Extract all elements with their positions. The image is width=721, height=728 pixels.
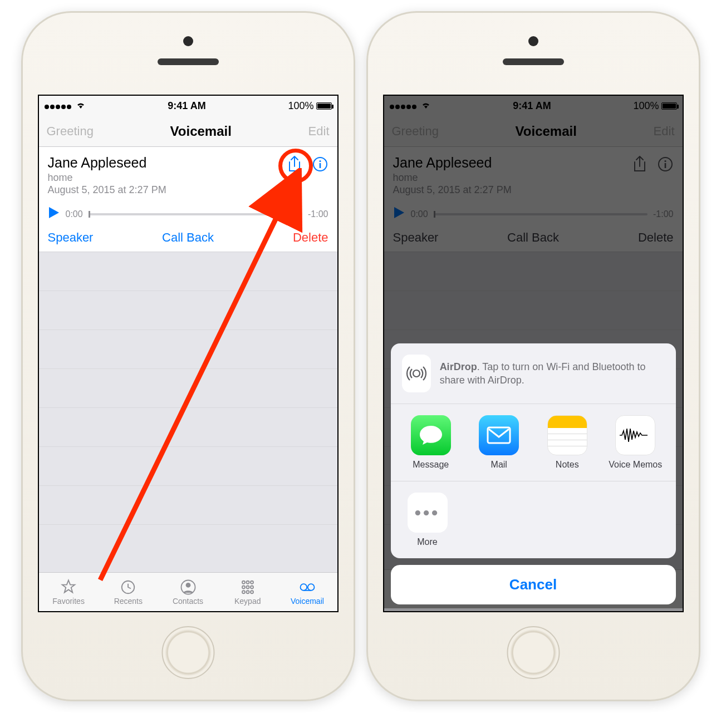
cancel-button[interactable]: Cancel	[391, 565, 676, 604]
share-sheet: AirDrop. Tap to turn on Wi-Fi and Blueto…	[391, 343, 676, 604]
share-app-mail-label: Mail	[491, 460, 507, 470]
scrubber[interactable]	[89, 213, 302, 215]
svg-rect-2	[319, 163, 321, 168]
screen-left: 9:41 AM 100% Greeting Voicemail Edit Jan…	[38, 95, 339, 612]
info-icon[interactable]	[312, 156, 328, 173]
svg-point-12	[242, 591, 245, 593]
svg-point-1	[319, 160, 321, 162]
svg-point-6	[242, 581, 245, 583]
svg-point-10	[246, 586, 249, 588]
messages-icon	[411, 415, 451, 455]
device-earpiece	[503, 58, 564, 65]
contact-label: home	[48, 172, 286, 184]
voicemail-date: August 5, 2015 at 2:27 PM	[48, 184, 286, 196]
svg-point-9	[242, 586, 245, 588]
status-time: 9:41 AM	[86, 100, 288, 112]
battery-indicator: 100%	[288, 100, 331, 112]
share-sheet-overlay[interactable]: AirDrop. Tap to turn on Wi-Fi and Blueto…	[384, 96, 683, 611]
svg-point-13	[246, 591, 249, 593]
signal-dots	[45, 100, 72, 112]
svg-point-8	[251, 581, 253, 583]
share-app-notes-label: Notes	[556, 460, 579, 470]
share-app-mail[interactable]: Mail	[469, 415, 529, 470]
svg-point-37	[413, 370, 420, 377]
tab-favorites-label: Favorites	[52, 597, 85, 606]
iphone-left: 9:41 AM 100% Greeting Voicemail Edit Jan…	[21, 11, 355, 701]
tab-recents[interactable]: Recents	[99, 573, 158, 611]
svg-point-16	[308, 584, 315, 591]
nav-edit-button[interactable]: Edit	[308, 124, 330, 139]
svg-point-14	[251, 591, 253, 593]
tab-contacts-label: Contacts	[173, 597, 203, 606]
battery-icon	[316, 102, 332, 110]
nav-bar: Greeting Voicemail Edit	[39, 116, 337, 147]
airdrop-icon	[402, 355, 431, 392]
contact-name: Jane Appleseed	[48, 155, 286, 171]
voicemail-list	[39, 252, 337, 608]
playback-current: 0:00	[66, 209, 83, 219]
airdrop-text: AirDrop. Tap to turn on Wi-Fi and Blueto…	[440, 360, 665, 387]
speaker-button[interactable]: Speaker	[48, 230, 141, 245]
more-icon: •••	[408, 493, 448, 533]
battery-percent: 100%	[288, 100, 313, 112]
wifi-icon	[76, 100, 86, 112]
play-button[interactable]	[48, 206, 60, 223]
home-button[interactable]	[507, 626, 560, 679]
tab-voicemail[interactable]: Voicemail	[277, 573, 337, 611]
notes-icon	[547, 415, 587, 455]
device-camera	[528, 36, 538, 46]
tab-keypad[interactable]: Keypad	[218, 573, 277, 611]
tab-recents-label: Recents	[114, 597, 143, 606]
airdrop-row[interactable]: AirDrop. Tap to turn on Wi-Fi and Blueto…	[391, 343, 676, 404]
share-app-notes[interactable]: Notes	[537, 415, 598, 470]
share-more-label: More	[417, 537, 437, 547]
svg-point-7	[246, 581, 249, 583]
voicememos-icon	[615, 415, 655, 455]
svg-point-15	[300, 584, 307, 591]
iphone-right: 9:41 AM 100% Greeting Voicemail Edit Jan…	[366, 11, 700, 701]
delete-button[interactable]: Delete	[235, 230, 328, 245]
share-more[interactable]: ••• More	[401, 493, 454, 547]
nav-title: Voicemail	[94, 124, 308, 139]
tab-voicemail-label: Voicemail	[291, 597, 324, 606]
tab-keypad-label: Keypad	[234, 597, 261, 606]
callback-button[interactable]: Call Back	[141, 230, 235, 245]
svg-point-11	[251, 586, 253, 588]
share-icon[interactable]	[286, 156, 303, 173]
share-apps-row: Message Mail Notes Voice Memos	[391, 404, 676, 481]
svg-rect-38	[488, 427, 510, 443]
svg-point-5	[185, 582, 190, 587]
status-bar: 9:41 AM 100%	[39, 96, 337, 116]
share-app-voicememos[interactable]: Voice Memos	[605, 415, 666, 470]
device-camera	[183, 36, 193, 46]
voicemail-card: Jane Appleseed home August 5, 2015 at 2:…	[39, 147, 337, 252]
home-button[interactable]	[161, 626, 214, 679]
share-app-voicememos-label: Voice Memos	[609, 460, 662, 470]
share-app-message-label: Message	[413, 460, 449, 470]
screen-right: 9:41 AM 100% Greeting Voicemail Edit Jan…	[383, 95, 684, 612]
mail-icon	[479, 415, 519, 455]
share-app-message[interactable]: Message	[401, 415, 462, 470]
playback-remaining: -1:00	[308, 209, 328, 219]
device-earpiece	[158, 58, 219, 65]
nav-greeting-button[interactable]: Greeting	[47, 124, 94, 139]
tab-contacts[interactable]: Contacts	[158, 573, 218, 611]
tab-favorites[interactable]: Favorites	[39, 573, 99, 611]
tab-bar: Favorites Recents Contacts Keypad Voicem…	[39, 572, 337, 611]
